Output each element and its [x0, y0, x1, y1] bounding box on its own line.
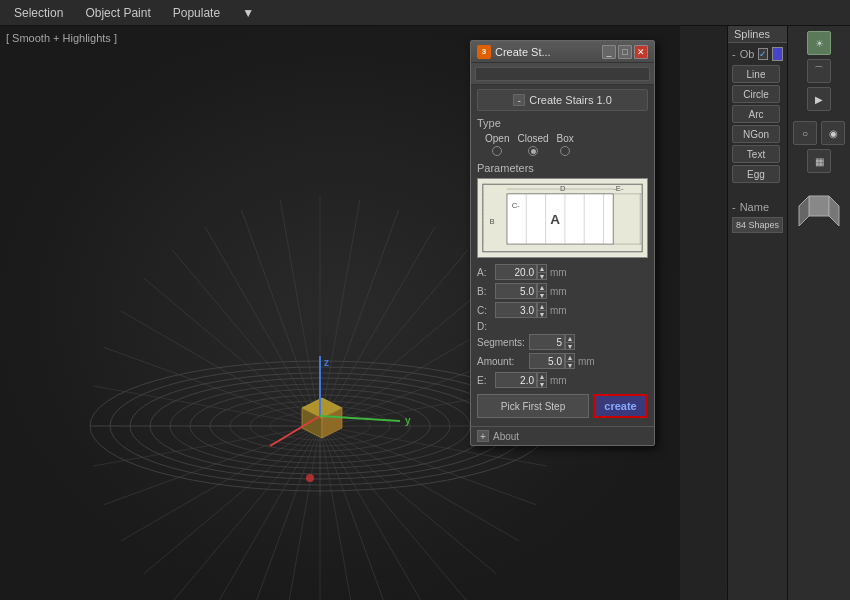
gizmo-container	[794, 184, 844, 234]
sun-icon[interactable]: ☀	[807, 31, 831, 55]
param-a-spinner[interactable]: ▲ ▼	[537, 264, 547, 280]
splines-ob-label: Ob	[740, 48, 755, 60]
param-e-unit: mm	[550, 375, 567, 386]
radio-closed[interactable]	[528, 146, 538, 156]
radio-open[interactable]	[492, 146, 502, 156]
param-c-row: C: ▲ ▼ mm	[477, 302, 648, 318]
svg-text:y: y	[405, 415, 411, 426]
pick-first-button[interactable]: Pick First Step	[477, 394, 589, 418]
svg-text:B: B	[490, 217, 495, 226]
about-row[interactable]: + About	[471, 426, 654, 445]
param-e-up[interactable]: ▲	[538, 373, 546, 381]
type-open[interactable]: Open	[485, 133, 509, 156]
minimize-button[interactable]: _	[602, 45, 616, 59]
maximize-button[interactable]: □	[618, 45, 632, 59]
create-stairs-header: - Create Stairs 1.0	[477, 89, 648, 111]
param-b-spinner[interactable]: ▲ ▼	[537, 283, 547, 299]
type-closed[interactable]: Closed	[517, 133, 548, 156]
text-button[interactable]: Text	[732, 145, 780, 163]
name-input[interactable]	[732, 217, 783, 233]
menu-populate[interactable]: Populate	[163, 4, 230, 22]
name-label: Name	[740, 201, 769, 213]
dialog-titlebar[interactable]: 3 Create St... _ □ ✕	[471, 41, 654, 63]
grid-icon[interactable]: ▦	[807, 149, 831, 173]
create-stairs-dialog: 3 Create St... _ □ ✕ - Create Stairs 1.0…	[470, 40, 655, 446]
line-button[interactable]: Line	[732, 65, 780, 83]
amount-spinner[interactable]: ▲ ▼	[565, 353, 575, 369]
splines-header: Splines	[728, 26, 787, 43]
about-plus[interactable]: +	[477, 430, 489, 442]
viewport-label: [ Smooth + Highlights ]	[6, 32, 117, 44]
viewport: [ Smooth + Highlights ]	[0, 26, 850, 600]
dialog-icon: 3	[477, 45, 491, 59]
amount-unit: mm	[578, 356, 595, 367]
splines-title: Splines	[734, 28, 770, 40]
dialog-progress-bar	[475, 67, 650, 81]
about-label: About	[493, 431, 519, 442]
amount-down[interactable]: ▼	[566, 362, 574, 369]
param-e-label: E:	[477, 375, 495, 386]
arc-button[interactable]: Arc	[732, 105, 780, 123]
type-box[interactable]: Box	[557, 133, 574, 156]
svg-marker-58	[799, 196, 809, 226]
param-c-down[interactable]: ▼	[538, 311, 546, 318]
param-a-down[interactable]: ▼	[538, 273, 546, 280]
svg-text:C-: C-	[512, 201, 521, 210]
segments-down[interactable]: ▼	[566, 343, 574, 350]
param-a-up[interactable]: ▲	[538, 265, 546, 273]
param-d-label: D:	[477, 321, 648, 332]
segments-spinner[interactable]: ▲ ▼	[565, 334, 575, 350]
egg-button[interactable]: Egg	[732, 165, 780, 183]
segments-input[interactable]	[529, 334, 565, 350]
create-button[interactable]: create	[593, 394, 648, 418]
type-box-label: Box	[557, 133, 574, 144]
splines-color[interactable]	[772, 47, 783, 61]
params-diagram: A B C- D -E-	[477, 178, 648, 258]
radio-box[interactable]	[560, 146, 570, 156]
param-b-input[interactable]	[495, 283, 537, 299]
param-a-unit: mm	[550, 267, 567, 278]
splines-check[interactable]	[758, 48, 768, 60]
param-e-input[interactable]	[495, 372, 537, 388]
type-label: Type	[477, 117, 648, 129]
amount-input[interactable]	[529, 353, 565, 369]
param-c-up[interactable]: ▲	[538, 303, 546, 311]
param-b-row: B: ▲ ▼ mm	[477, 283, 648, 299]
amount-row: Amount: ▲ ▼ mm	[477, 353, 648, 369]
param-c-spinner[interactable]: ▲ ▼	[537, 302, 547, 318]
param-b-up[interactable]: ▲	[538, 284, 546, 292]
stairs-minus-badge[interactable]: -	[513, 94, 525, 106]
param-a-input[interactable]	[495, 264, 537, 280]
param-b-down[interactable]: ▼	[538, 292, 546, 299]
param-e-spinner[interactable]: ▲ ▼	[537, 372, 547, 388]
splines-panel: Splines - Ob Line Circle Arc NGon Text E…	[727, 26, 787, 600]
type-row: Open Closed Box	[485, 133, 648, 156]
menu-selection[interactable]: Selection	[4, 4, 73, 22]
segments-up[interactable]: ▲	[566, 335, 574, 343]
param-a-label: A:	[477, 267, 495, 278]
splines-minus[interactable]: -	[732, 48, 736, 60]
splines-section: - Ob Line Circle Arc NGon Text Egg	[728, 43, 787, 189]
circle-button[interactable]: Circle	[732, 85, 780, 103]
type-closed-label: Closed	[517, 133, 548, 144]
name-minus[interactable]: -	[732, 201, 736, 213]
ngon-button[interactable]: NGon	[732, 125, 780, 143]
param-c-input[interactable]	[495, 302, 537, 318]
param-e-down[interactable]: ▼	[538, 381, 546, 388]
dialog-buttons: Pick First Step create	[477, 394, 648, 418]
param-e-row: E: ▲ ▼ mm	[477, 372, 648, 388]
name-section-header: - Name	[732, 201, 783, 213]
type-open-label: Open	[485, 133, 509, 144]
param-c-label: C:	[477, 305, 495, 316]
menu-extra[interactable]: ▼	[232, 4, 264, 22]
name-section: - Name	[728, 197, 787, 237]
menubar: Selection Object Paint Populate ▼	[0, 0, 850, 26]
close-button[interactable]: ✕	[634, 45, 648, 59]
dialog-toolbar	[471, 63, 654, 85]
play-icon[interactable]: ▶	[807, 87, 831, 111]
amount-up[interactable]: ▲	[566, 354, 574, 362]
radio-b-icon[interactable]: ◉	[821, 121, 845, 145]
menu-object-paint[interactable]: Object Paint	[75, 4, 160, 22]
curve-icon[interactable]: ⌒	[807, 59, 831, 83]
radio-a-icon[interactable]: ○	[793, 121, 817, 145]
